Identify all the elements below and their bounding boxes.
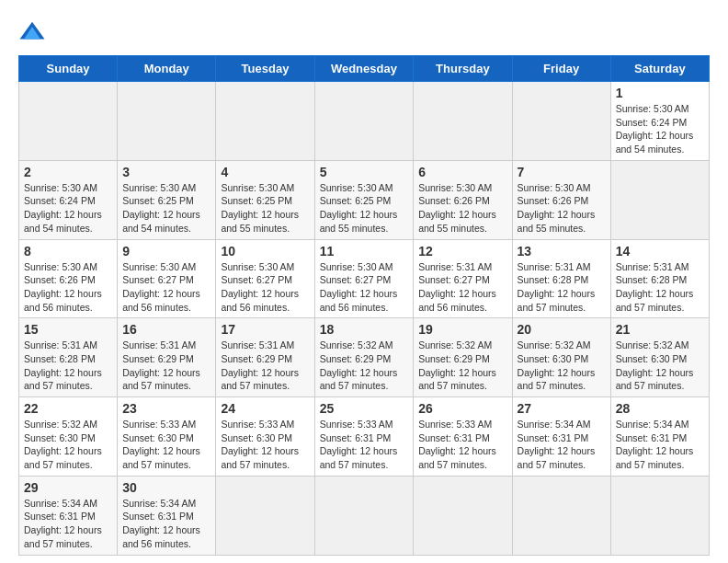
day-of-week-header: Tuesday: [216, 56, 314, 82]
calendar-cell: 3 Sunrise: 5:30 AM Sunset: 6:25 PM Dayli…: [118, 160, 216, 239]
sunrise-text: Sunrise: 5:31 AM: [122, 339, 196, 350]
sunset-text: Sunset: 6:30 PM: [616, 353, 688, 364]
day-info: Sunrise: 5:31 AM Sunset: 6:29 PM Dayligh…: [221, 339, 309, 393]
sunset-text: Sunset: 6:29 PM: [320, 353, 392, 364]
day-number: 24: [221, 401, 309, 416]
sunrise-text: Sunrise: 5:34 AM: [616, 419, 689, 430]
sunset-text: Sunset: 6:24 PM: [24, 195, 96, 206]
calendar-cell: 16 Sunrise: 5:31 AM Sunset: 6:29 PM Dayl…: [118, 318, 216, 397]
calendar-cell: 9 Sunrise: 5:30 AM Sunset: 6:27 PM Dayli…: [118, 239, 216, 318]
calendar-cell: 6 Sunrise: 5:30 AM Sunset: 6:26 PM Dayli…: [414, 160, 512, 239]
day-number: 10: [221, 244, 309, 259]
daylight-text: Daylight: 12 hours and 55 minutes.: [518, 209, 596, 234]
day-number: 27: [518, 401, 606, 416]
daylight-text: Daylight: 12 hours and 56 minutes.: [221, 288, 299, 313]
calendar-cell: [610, 160, 709, 239]
sunset-text: Sunset: 6:30 PM: [24, 432, 96, 443]
day-number: 4: [221, 165, 309, 179]
sunrise-text: Sunrise: 5:31 AM: [418, 261, 492, 272]
day-info: Sunrise: 5:30 AM Sunset: 6:26 PM Dayligh…: [24, 260, 112, 315]
sunset-text: Sunset: 6:24 PM: [616, 117, 688, 128]
day-number: 6: [418, 165, 506, 179]
day-info: Sunrise: 5:30 AM Sunset: 6:27 PM Dayligh…: [221, 260, 309, 315]
calendar-header-row: SundayMondayTuesdayWednesdayThursdayFrid…: [19, 56, 710, 82]
day-number: 7: [518, 165, 606, 179]
calendar-cell: 24 Sunrise: 5:33 AM Sunset: 6:30 PM Dayl…: [216, 397, 314, 477]
day-info: Sunrise: 5:31 AM Sunset: 6:28 PM Dayligh…: [24, 339, 112, 393]
day-info: Sunrise: 5:34 AM Sunset: 6:31 PM Dayligh…: [616, 418, 704, 472]
calendar-cell: [216, 476, 314, 555]
calendar-cell: 29 Sunrise: 5:34 AM Sunset: 6:31 PM Dayl…: [19, 476, 118, 555]
day-number: 9: [122, 244, 210, 259]
calendar-cell: [19, 82, 118, 161]
calendar-week-row: 2 Sunrise: 5:30 AM Sunset: 6:24 PM Dayli…: [19, 160, 710, 239]
calendar-cell: 2 Sunrise: 5:30 AM Sunset: 6:24 PM Dayli…: [19, 160, 118, 239]
calendar-cell: [216, 82, 314, 161]
sunset-text: Sunset: 6:27 PM: [418, 274, 490, 285]
day-number: 20: [518, 322, 606, 337]
sunset-text: Sunset: 6:31 PM: [24, 511, 96, 522]
day-info: Sunrise: 5:30 AM Sunset: 6:24 PM Dayligh…: [24, 181, 112, 236]
day-number: 21: [616, 322, 704, 337]
logo: [18, 18, 50, 46]
day-info: Sunrise: 5:34 AM Sunset: 6:31 PM Dayligh…: [122, 497, 210, 551]
sunset-text: Sunset: 6:28 PM: [24, 353, 96, 364]
calendar-cell: 18 Sunrise: 5:32 AM Sunset: 6:29 PM Dayl…: [314, 318, 414, 397]
calendar-cell: [314, 476, 414, 555]
sunrise-text: Sunrise: 5:30 AM: [221, 182, 294, 193]
calendar-cell: 12 Sunrise: 5:31 AM Sunset: 6:27 PM Dayl…: [414, 239, 512, 318]
calendar-cell: 25 Sunrise: 5:33 AM Sunset: 6:31 PM Dayl…: [314, 397, 414, 477]
daylight-text: Daylight: 12 hours and 57 minutes.: [518, 288, 596, 313]
calendar-cell: 15 Sunrise: 5:31 AM Sunset: 6:28 PM Dayl…: [19, 318, 118, 397]
day-number: 22: [24, 401, 112, 416]
sunset-text: Sunset: 6:25 PM: [221, 195, 292, 206]
calendar-cell: 13 Sunrise: 5:31 AM Sunset: 6:28 PM Dayl…: [512, 239, 610, 318]
day-number: 15: [24, 322, 112, 337]
sunset-text: Sunset: 6:29 PM: [122, 353, 194, 364]
sunset-text: Sunset: 6:31 PM: [122, 511, 194, 522]
calendar-cell: 11 Sunrise: 5:30 AM Sunset: 6:27 PM Dayl…: [314, 239, 414, 318]
day-info: Sunrise: 5:33 AM Sunset: 6:30 PM Dayligh…: [122, 418, 210, 472]
calendar-cell: [118, 82, 216, 161]
sunrise-text: Sunrise: 5:32 AM: [418, 339, 492, 350]
sunset-text: Sunset: 6:26 PM: [418, 195, 490, 206]
daylight-text: Daylight: 12 hours and 56 minutes.: [418, 288, 496, 313]
day-info: Sunrise: 5:30 AM Sunset: 6:26 PM Dayligh…: [518, 181, 606, 236]
daylight-text: Daylight: 12 hours and 57 minutes.: [24, 445, 102, 470]
daylight-text: Daylight: 12 hours and 57 minutes.: [320, 367, 398, 392]
sunrise-text: Sunrise: 5:34 AM: [122, 498, 196, 509]
calendar-cell: 28 Sunrise: 5:34 AM Sunset: 6:31 PM Dayl…: [610, 397, 709, 477]
day-number: 17: [221, 322, 309, 337]
sunset-text: Sunset: 6:31 PM: [320, 432, 392, 443]
day-info: Sunrise: 5:32 AM Sunset: 6:30 PM Dayligh…: [518, 339, 606, 393]
calendar-cell: 27 Sunrise: 5:34 AM Sunset: 6:31 PM Dayl…: [512, 397, 610, 477]
day-number: 11: [320, 244, 409, 259]
daylight-text: Daylight: 12 hours and 54 minutes.: [24, 209, 102, 234]
daylight-text: Daylight: 12 hours and 54 minutes.: [616, 130, 694, 155]
day-number: 16: [122, 322, 210, 337]
daylight-text: Daylight: 12 hours and 55 minutes.: [221, 209, 299, 234]
daylight-text: Daylight: 12 hours and 57 minutes.: [518, 367, 596, 392]
day-of-week-header: Monday: [118, 56, 216, 82]
sunset-text: Sunset: 6:28 PM: [518, 274, 589, 285]
calendar-week-row: 1 Sunrise: 5:30 AM Sunset: 6:24 PM Dayli…: [19, 82, 710, 161]
day-info: Sunrise: 5:31 AM Sunset: 6:28 PM Dayligh…: [518, 260, 606, 315]
sunset-text: Sunset: 6:31 PM: [518, 432, 589, 443]
page-header: [18, 18, 710, 46]
day-info: Sunrise: 5:32 AM Sunset: 6:29 PM Dayligh…: [320, 339, 409, 393]
day-number: 5: [320, 165, 409, 179]
daylight-text: Daylight: 12 hours and 57 minutes.: [616, 288, 694, 313]
sunrise-text: Sunrise: 5:30 AM: [122, 261, 196, 272]
day-number: 25: [320, 401, 409, 416]
day-number: 1: [616, 86, 704, 100]
day-info: Sunrise: 5:33 AM Sunset: 6:30 PM Dayligh…: [221, 418, 309, 472]
daylight-text: Daylight: 12 hours and 56 minutes.: [122, 288, 200, 313]
sunrise-text: Sunrise: 5:30 AM: [24, 261, 97, 272]
day-info: Sunrise: 5:32 AM Sunset: 6:29 PM Dayligh…: [418, 339, 506, 393]
daylight-text: Daylight: 12 hours and 56 minutes.: [122, 524, 200, 549]
day-info: Sunrise: 5:31 AM Sunset: 6:28 PM Dayligh…: [616, 260, 704, 315]
day-number: 3: [122, 165, 210, 179]
sunrise-text: Sunrise: 5:32 AM: [24, 419, 97, 430]
sunrise-text: Sunrise: 5:34 AM: [24, 498, 97, 509]
daylight-text: Daylight: 12 hours and 57 minutes.: [320, 445, 398, 470]
